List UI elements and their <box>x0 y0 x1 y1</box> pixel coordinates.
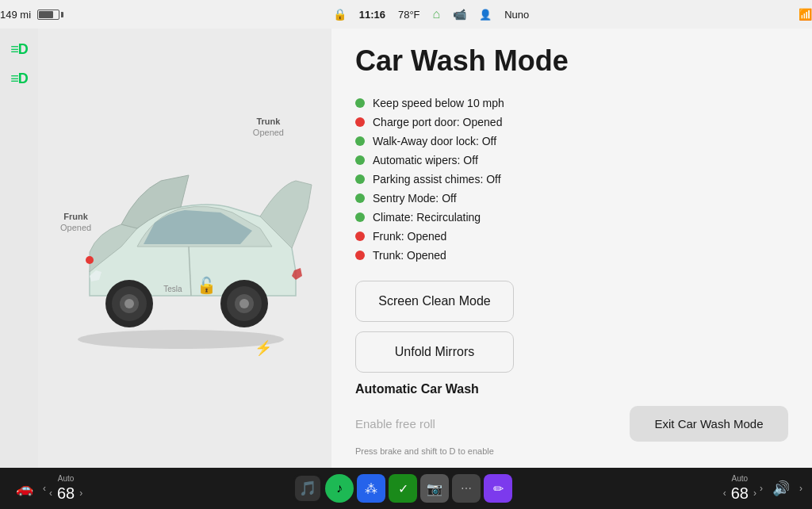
screen-clean-mode-button[interactable]: Screen Clean Mode <box>355 281 514 322</box>
status-dot-2 <box>355 136 365 146</box>
page-title: Car Wash Mode <box>355 44 788 78</box>
exit-car-wash-mode-button[interactable]: Exit Car Wash Mode <box>630 406 788 442</box>
status-item-0: Keep speed below 10 mph <box>355 94 788 113</box>
left-temp-label: Auto <box>58 475 75 483</box>
svg-point-8 <box>239 299 249 308</box>
taskbar-chevron-left[interactable]: ‹ <box>43 483 46 494</box>
status-item-4: Parking assist chimes: Off <box>355 170 788 189</box>
right-temp-decrease[interactable]: ‹ <box>723 488 726 499</box>
taskbar-app-camera[interactable]: 📷 <box>420 474 449 503</box>
status-item-2: Walk-Away door lock: Off <box>355 132 788 151</box>
unfold-mirrors-button[interactable]: Unfold Mirrors <box>355 331 514 373</box>
status-bar: 149 mi 🔒 11:16 78°F ⌂ 📹 👤 Nuno 📶 <box>0 0 812 29</box>
right-temp-value: 68 <box>731 484 749 503</box>
temperature: 78°F <box>398 9 420 21</box>
svg-point-11 <box>86 256 94 264</box>
status-dot-5 <box>355 193 365 203</box>
charge-icon: ⚡ <box>255 339 272 357</box>
left-temp-increase[interactable]: › <box>79 488 82 499</box>
mileage: 149 mi <box>0 9 31 21</box>
home-icon: ⌂ <box>433 7 441 21</box>
battery-indicator <box>37 10 63 20</box>
status-dot-7 <box>355 232 365 241</box>
taskbar-volume-right[interactable]: › <box>799 483 802 494</box>
left-temp-value: 68 <box>57 484 75 503</box>
unlock-icon: 🔓 <box>197 276 216 295</box>
bottom-row: Enable free roll Exit Car Wash Mode <box>355 406 788 442</box>
taskbar-volume-icon[interactable]: 🔊 <box>766 473 796 503</box>
status-item-7: Frunk: Opened <box>355 227 788 246</box>
status-list: Keep speed below 10 mph Charge port door… <box>355 94 788 265</box>
press-hint: Press brake and shift to D to enable <box>355 446 788 456</box>
status-item-1: Charge port door: Opened <box>355 113 788 132</box>
right-temp-increase[interactable]: › <box>753 488 756 499</box>
status-dot-3 <box>355 155 365 165</box>
svg-point-4 <box>124 299 134 308</box>
left-temp-decrease[interactable]: ‹ <box>49 488 52 499</box>
sidebar: ≡D ≡D <box>0 29 38 468</box>
status-item-3: Automatic wipers: Off <box>355 151 788 170</box>
taskbar-app-checkmark[interactable]: ✓ <box>389 474 417 503</box>
trunk-label: Trunk Opened <box>253 116 284 139</box>
user-icon: 👤 <box>479 9 492 21</box>
taskbar-app-bluetooth[interactable]: ⁂ <box>357 474 385 503</box>
time: 11:16 <box>359 9 385 21</box>
status-item-6: Climate: Recirculating <box>355 208 788 227</box>
status-dot-1 <box>355 117 365 127</box>
taskbar-chevron-right[interactable]: › <box>760 483 763 494</box>
username: Nuno <box>504 9 529 21</box>
car-image: 🔓 ⚡ <box>50 137 320 359</box>
sidebar-icon-1[interactable]: ≡D <box>10 41 28 58</box>
status-dot-8 <box>355 251 365 260</box>
status-dot-0 <box>355 98 365 108</box>
enable-free-roll-label: Enable free roll <box>355 417 614 431</box>
taskbar: 🚗 ‹ Auto ‹ 68 › 🎵 ♪ ⁂ ✓ 📷 ⋯ ✏ Auto ‹ 68 <box>0 468 812 509</box>
left-temp-section: Auto ‹ 68 › <box>49 475 82 503</box>
status-item-8: Trunk: Opened <box>355 246 788 265</box>
main-content: Car Wash Mode Keep speed below 10 mph Ch… <box>331 29 812 468</box>
automatic-car-wash-label: Automatic Car Wash <box>355 382 788 396</box>
right-temp-label: Auto <box>732 475 749 483</box>
wifi-icon: 📶 <box>799 8 812 21</box>
svg-point-0 <box>78 330 284 349</box>
taskbar-car-icon[interactable]: 🚗 <box>10 473 40 503</box>
taskbar-app-music[interactable]: 🎵 <box>293 474 322 503</box>
status-dot-4 <box>355 174 365 184</box>
taskbar-app-purple[interactable]: ✏ <box>484 474 512 503</box>
right-temp-section: Auto ‹ 68 › <box>723 475 756 503</box>
status-dot-6 <box>355 212 365 222</box>
taskbar-app-spotify[interactable]: ♪ <box>325 474 354 503</box>
camera-icon: 📹 <box>453 8 466 21</box>
svg-text:Tesla: Tesla <box>163 285 182 293</box>
lock-icon: 🔒 <box>333 8 347 21</box>
car-visualization: Trunk Opened Frunk Opened 🔓 ⚡ <box>38 29 331 468</box>
status-item-5: Sentry Mode: Off <box>355 189 788 208</box>
taskbar-app-more[interactable]: ⋯ <box>452 474 481 503</box>
sidebar-icon-2[interactable]: ≡D <box>10 71 28 87</box>
